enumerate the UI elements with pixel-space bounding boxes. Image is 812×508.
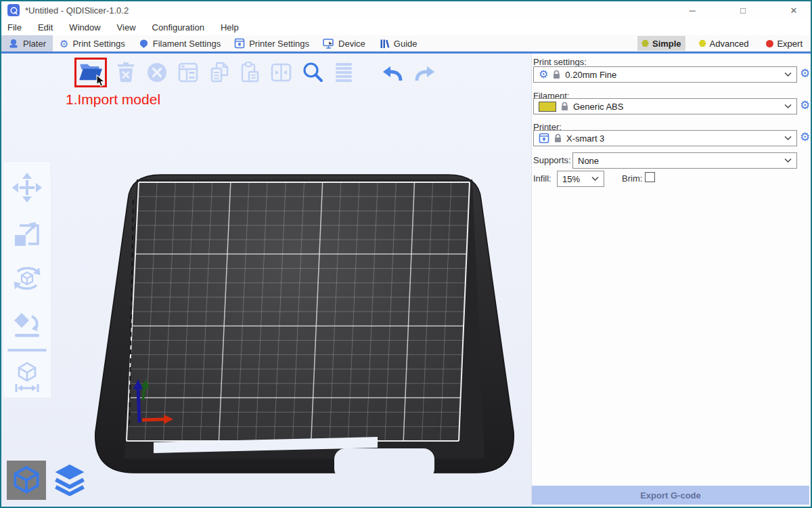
infill-value: 15% [562, 174, 587, 184]
mode-advanced[interactable]: Advanced [695, 36, 753, 51]
mouse-cursor-icon [95, 75, 106, 88]
maximize-button[interactable]: □ [727, 2, 759, 18]
arrange-button[interactable] [175, 58, 200, 87]
3d-viewport[interactable]: 1.Import model [1, 54, 531, 507]
expert-mode-icon [766, 40, 773, 47]
tab-label: Printer Settings [249, 39, 309, 49]
filament-color-swatch [539, 102, 556, 112]
paste-button[interactable] [238, 58, 263, 87]
filament-combo[interactable]: Generic ABS [533, 98, 797, 114]
tab-label: Filament Settings [153, 39, 221, 49]
menu-window[interactable]: Window [69, 22, 100, 33]
tab-device[interactable]: Device [316, 35, 372, 51]
app-logo-icon [7, 4, 20, 16]
mode-label: Expert [777, 39, 803, 49]
tab-print-settings[interactable]: ⚙ Print Settings [53, 35, 132, 51]
chevron-down-icon [784, 135, 792, 141]
filament-icon [139, 39, 149, 49]
menu-file[interactable]: File [7, 22, 22, 33]
3d-editor-view-button[interactable] [7, 461, 46, 500]
menu-edit[interactable]: Edit [38, 22, 53, 33]
supports-combo[interactable]: None [572, 152, 797, 169]
plater-icon [8, 38, 19, 49]
print-settings-label: Print settings: [533, 57, 587, 67]
chevron-down-icon [784, 158, 792, 163]
export-gcode-button[interactable]: Export G-code [532, 486, 809, 505]
tab-label: Plater [23, 39, 46, 49]
mode-selector: Simple Advanced Expert [637, 35, 807, 51]
preset-gear-icon: ⚙ [539, 69, 548, 80]
undo-button[interactable] [380, 58, 405, 87]
tab-filament-settings[interactable]: Filament Settings [132, 35, 227, 51]
supports-value: None [578, 156, 780, 166]
menu-configuration[interactable]: Configuration [152, 22, 204, 33]
simple-mode-icon [641, 40, 649, 47]
redo-button[interactable] [411, 58, 436, 87]
chevron-down-icon [591, 176, 599, 182]
copy-button[interactable] [206, 58, 231, 87]
lock-icon [554, 133, 562, 143]
tab-label: Device [338, 39, 365, 49]
mode-expert[interactable]: Expert [762, 36, 807, 51]
delete-button[interactable] [113, 58, 138, 87]
tab-label: Guide [394, 39, 418, 49]
print-settings-value: 0.20mm Fine [565, 70, 780, 80]
minimize-button[interactable]: ─ [677, 2, 708, 18]
tab-printer-settings[interactable]: Printer Settings [227, 35, 316, 51]
place-on-face-gizmo-icon[interactable] [7, 304, 47, 343]
tab-guide[interactable]: Guide [372, 35, 424, 51]
print-settings-combo[interactable]: ⚙ 0.20mm Fine [533, 66, 797, 83]
window-title: *Untitled - QIDISlicer-1.0.2 [25, 5, 129, 16]
import-model-annotation: 1.Import model [66, 91, 160, 108]
advanced-mode-icon [699, 40, 706, 47]
rotate-gizmo-icon[interactable] [7, 259, 47, 298]
filament-edit-gear[interactable]: ⚙ [800, 100, 810, 111]
bed-front-notch [334, 448, 434, 480]
main-area: 1.Import model [1, 54, 811, 507]
brim-label: Brim: [622, 173, 642, 184]
brim-checkbox[interactable] [645, 172, 655, 182]
printer-value: X-smart 3 [566, 133, 780, 144]
print-bed [1, 54, 531, 507]
guide-books-icon [379, 39, 390, 49]
tab-label: Print Settings [72, 39, 125, 49]
search-button[interactable] [300, 58, 325, 87]
menu-bar: File Edit Window View Configuration Help [1, 19, 811, 35]
split-objects-button[interactable] [269, 58, 294, 87]
menu-help[interactable]: Help [221, 22, 239, 33]
chevron-down-icon [784, 72, 792, 77]
gizmo-toolbar [3, 161, 51, 398]
view-mode-toggles [7, 461, 89, 500]
filament-value: Generic ABS [573, 102, 780, 112]
viewport-toolbar [74, 58, 436, 87]
delete-all-button[interactable] [144, 58, 169, 87]
lock-icon [552, 70, 561, 79]
close-button[interactable]: ✕ [778, 2, 809, 18]
device-monitor-icon [323, 39, 334, 49]
layers-preview-view-button[interactable] [50, 461, 89, 500]
title-bar: *Untitled - QIDISlicer-1.0.2 ─ □ ✕ [1, 1, 811, 19]
tab-plater[interactable]: Plater [1, 35, 53, 51]
layers-icon [52, 463, 87, 497]
variable-layer-height-button[interactable] [331, 58, 356, 87]
supports-label: Supports: [533, 155, 571, 165]
move-gizmo-icon[interactable] [7, 168, 47, 207]
printer-combo[interactable]: X-smart 3 [533, 130, 797, 146]
settings-panel: Print settings: ⚙ 0.20mm Fine ⚙ Filament… [531, 54, 811, 507]
infill-label: Infill: [533, 173, 551, 184]
gizmo-separator [7, 349, 47, 352]
infill-combo[interactable]: 15% [557, 171, 604, 187]
chevron-down-icon [784, 104, 792, 109]
printer-icon [234, 38, 245, 49]
cube-3d-icon [11, 465, 42, 496]
lock-icon [560, 102, 569, 111]
print-settings-gear-icon: ⚙ [60, 39, 68, 49]
import-model-button[interactable] [74, 58, 107, 87]
measure-gizmo-icon[interactable] [7, 358, 47, 397]
scale-gizmo-icon[interactable] [7, 213, 47, 253]
mode-label: Simple [652, 39, 681, 49]
print-settings-edit-gear[interactable]: ⚙ [800, 68, 810, 79]
printer-edit-gear[interactable]: ⚙ [800, 131, 810, 143]
mode-simple[interactable]: Simple [637, 36, 685, 51]
menu-view[interactable]: View [117, 22, 136, 33]
